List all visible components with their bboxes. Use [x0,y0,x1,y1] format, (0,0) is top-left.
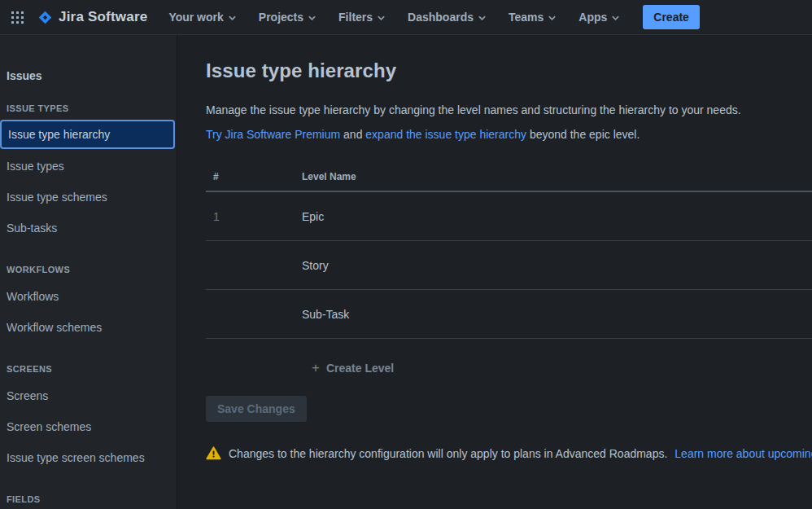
try-premium-link[interactable]: Try Jira Software Premium [206,128,340,141]
premium-upsell-line: Try Jira Software Premium and expand the… [206,128,812,142]
nav-item-label: Your work [168,11,223,24]
sidebar-title: Issues [7,69,170,82]
settings-sidebar: Issues ISSUE TYPESIssue type hierarchyIs… [0,35,177,509]
premium-line-middle: and [340,128,365,141]
expand-hierarchy-link[interactable]: expand the issue type hierarchy [365,128,526,141]
sidebar-section-header: SCREENS [7,364,170,374]
sidebar-sections: ISSUE TYPESIssue type hierarchyIssue typ… [7,103,170,504]
save-changes-button[interactable]: Save Changes [206,396,307,422]
sidebar-item-issue-types[interactable]: Issue types [7,151,170,182]
top-nav: Jira Software Your workProjectsFiltersDa… [0,0,812,35]
app-switcher-icon[interactable] [11,11,24,24]
jira-logo[interactable]: Jira Software [37,9,147,25]
table-body: 1EpicStorySub-Task [206,192,812,339]
sidebar-item-workflow-schemes[interactable]: Workflow schemes [7,312,170,343]
main-content: Issue type hierarchy Manage the issue ty… [177,35,812,509]
table-header-row: # Level Name [206,171,812,192]
nav-item-label: Dashboards [408,11,474,24]
warning-text: Changes to the hierarchy configuration w… [229,447,667,460]
hierarchy-row-epic: 1Epic [206,192,812,241]
page-title: Issue type hierarchy [206,59,812,82]
warning-banner: Changes to the hierarchy configuration w… [206,446,812,460]
nav-item-label: Teams [509,11,544,24]
warning-learn-more-link[interactable]: Learn more about upcoming updates [674,447,812,460]
nav-item-apps[interactable]: Apps [578,11,620,24]
app-root: Jira Software Your workProjectsFiltersDa… [0,0,812,509]
hierarchy-row-sub-task: Sub-Task [206,290,812,339]
create-button[interactable]: Create [643,5,700,29]
sidebar-item-screens[interactable]: Screens [7,380,170,411]
premium-line-end: beyond the epic level. [526,128,640,141]
chevron-down-icon [611,14,620,23]
page-description: Manage the issue type hierarchy by chang… [206,103,812,117]
jira-diamond-icon [37,10,53,25]
chevron-down-icon [377,14,386,23]
sidebar-section-header: FIELDS [7,494,170,504]
create-level-button[interactable]: + Create Level [312,362,394,375]
nav-item-teams[interactable]: Teams [509,11,557,24]
hierarchy-table: # Level Name 1EpicStorySub-Task [206,171,812,339]
sidebar-item-issue-type-hierarchy[interactable]: Issue type hierarchy [0,120,175,149]
chevron-down-icon [548,14,557,23]
sidebar-item-sub-tasks[interactable]: Sub-tasks [7,213,170,244]
sidebar-item-issue-type-schemes[interactable]: Issue type schemes [7,182,170,213]
create-level-label: Create Level [326,362,394,375]
nav-item-projects[interactable]: Projects [259,11,317,24]
warning-icon [206,446,221,460]
primary-nav: Your workProjectsFiltersDashboardsTeamsA… [168,11,620,24]
plus-icon: + [312,362,320,374]
nav-item-label: Apps [578,11,607,24]
row-level-name: Story [302,259,812,272]
sidebar-item-workflows[interactable]: Workflows [7,281,170,312]
chevron-down-icon [308,14,317,23]
app-title: Jira Software [59,9,147,25]
chevron-down-icon [478,14,487,23]
hierarchy-row-story: Story [206,241,812,290]
sidebar-section-header: ISSUE TYPES [7,103,170,113]
sidebar-section-header: WORKFLOWS [7,265,170,274]
nav-item-label: Projects [259,11,303,24]
column-header-level-name: Level Name [302,171,812,182]
row-level-name: Epic [302,210,812,223]
sidebar-item-issue-type-screen-schemes[interactable]: Issue type screen schemes [7,442,170,473]
column-header-number: # [206,171,302,182]
nav-item-your-work[interactable]: Your work [168,11,236,24]
nav-item-filters[interactable]: Filters [338,11,386,24]
nav-item-label: Filters [338,11,373,24]
chevron-down-icon [228,14,237,23]
row-level-name: Sub-Task [302,308,812,321]
sidebar-item-screen-schemes[interactable]: Screen schemes [7,411,170,442]
row-number: 1 [206,210,302,223]
content-area: Issues ISSUE TYPESIssue type hierarchyIs… [0,35,812,509]
nav-item-dashboards[interactable]: Dashboards [408,11,487,24]
